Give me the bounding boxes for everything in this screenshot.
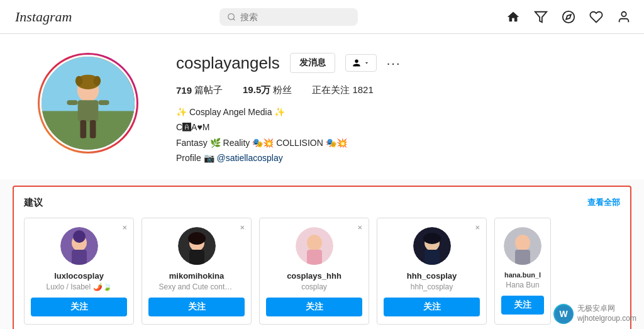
avatar-hhh-cosplay <box>413 227 451 265</box>
card-username-5: hana.bun_l <box>504 271 541 279</box>
profile-icon[interactable] <box>616 9 631 25</box>
search-icon <box>227 12 236 22</box>
svg-rect-16 <box>80 120 87 138</box>
follow-button-2[interactable]: 关注 <box>148 298 245 316</box>
svg-rect-20 <box>72 250 87 265</box>
nav-icon-group <box>506 9 631 25</box>
svg-point-5 <box>621 11 626 16</box>
search-input[interactable] <box>240 12 351 22</box>
search-bar[interactable] <box>219 8 358 26</box>
avatar-image <box>42 55 135 152</box>
svg-text:W: W <box>559 309 568 319</box>
svg-point-11 <box>75 76 83 86</box>
more-options-button[interactable]: ··· <box>387 56 401 70</box>
avatar <box>40 55 136 152</box>
posts-label: 篇帖子 <box>194 84 223 96</box>
avatar-wrapper <box>38 53 138 153</box>
posts-stat: 719 篇帖子 <box>176 84 223 96</box>
heart-icon[interactable] <box>589 9 604 25</box>
close-icon-4[interactable]: × <box>475 223 480 231</box>
followers-label: 粉丝 <box>273 84 292 96</box>
svg-point-12 <box>94 76 101 86</box>
avatar-luxlocosplay <box>60 227 98 265</box>
close-icon-3[interactable]: × <box>357 223 362 231</box>
watermark-text: 无极安卓网 wjhotelgroup.com <box>577 304 636 323</box>
suggestions-section: 建议 查看全部 × luxlocosplay Luxlo / Isabel 🌶️… <box>13 186 631 329</box>
follow-button-3[interactable]: 关注 <box>266 298 362 316</box>
person-icon <box>352 59 361 67</box>
svg-marker-4 <box>566 14 571 20</box>
suggestions-title: 建议 <box>24 197 43 209</box>
bio-line-2: C🅰A♥M <box>176 120 619 134</box>
bio-profile-link[interactable]: @satiellacosplay <box>216 153 282 163</box>
filter-icon[interactable] <box>533 9 548 25</box>
card-username-3: cosplays_hhh <box>287 271 341 281</box>
card-bio-3: cosplay <box>301 282 327 291</box>
username: cosplayangels <box>176 53 280 73</box>
followers-count: 19.5万 <box>243 84 270 96</box>
following-stat: 正在关注 1821 <box>312 84 374 96</box>
svg-point-25 <box>188 232 206 245</box>
following-label: 正在关注 1821 <box>312 84 374 96</box>
suggestions-list: × luxlocosplay Luxlo / Isabel 🌶️🍃 关注 × m… <box>24 218 620 325</box>
svg-rect-17 <box>90 120 96 138</box>
close-icon-1[interactable]: × <box>122 223 127 231</box>
svg-line-1 <box>233 18 235 20</box>
svg-rect-13 <box>78 100 99 121</box>
close-icon-2[interactable]: × <box>240 223 245 231</box>
suggestion-card-3: × cosplays_hhh cosplay 关注 <box>259 218 369 325</box>
suggestions-header: 建议 查看全部 <box>24 197 620 209</box>
svg-point-0 <box>228 13 235 20</box>
avatar-hana-bun <box>504 227 541 265</box>
follow-button-5[interactable]: 关注 <box>501 296 544 315</box>
svg-point-27 <box>307 235 322 251</box>
followers-stat: 19.5万 粉丝 <box>243 84 292 96</box>
svg-point-32 <box>423 233 441 244</box>
watermark-logo: W <box>553 304 574 324</box>
follow-button-4[interactable]: 关注 <box>384 298 480 316</box>
avatar-ring <box>38 53 138 153</box>
avatar-cosplays-hhh <box>296 227 333 265</box>
svg-rect-31 <box>425 250 440 265</box>
posts-count: 719 <box>176 85 192 96</box>
stats-row: 719 篇帖子 19.5万 粉丝 正在关注 1821 <box>176 84 619 96</box>
bio-section: ✨ Cosplay Angel Media ✨ C🅰A♥M Fantasy 🌿 … <box>176 105 619 165</box>
bio-line-1: ✨ Cosplay Angel Media ✨ <box>176 105 619 119</box>
svg-rect-24 <box>189 250 204 265</box>
chevron-down-icon <box>364 60 370 66</box>
card-username-4: hhh_cosplay <box>407 271 457 281</box>
follow-button-1[interactable]: 关注 <box>31 298 127 316</box>
profile-header: cosplayangels 发消息 ··· <box>176 53 619 73</box>
svg-rect-35 <box>515 250 530 265</box>
svg-point-3 <box>563 11 574 22</box>
card-username-2: mikomihokina <box>169 271 224 281</box>
top-navigation: Instagram <box>0 0 644 34</box>
home-icon[interactable] <box>506 9 521 25</box>
message-button[interactable]: 发消息 <box>290 53 335 73</box>
card-bio-1: Luxlo / Isabel 🌶️🍃 <box>46 282 111 291</box>
bio-line-4: Profile 📷 @satiellacosplay <box>176 151 619 165</box>
card-bio-5: Hana Bun <box>506 281 539 289</box>
profile-section: cosplayangels 发消息 ··· 719 篇帖子 19.5万 粉丝 正… <box>0 34 644 179</box>
bio-line-3: Fantasy 🌿 Reality 🎭💥 COLLISION 🎭💥 <box>176 136 619 150</box>
avatar-mikomihokina <box>178 227 216 265</box>
card-bio-2: Sexy and Cute conte... <box>159 282 235 291</box>
watermark: W 无极安卓网 wjhotelgroup.com <box>553 304 636 324</box>
card-bio-4: hhh_cosplay <box>411 282 453 291</box>
view-all-link[interactable]: 查看全部 <box>587 197 620 208</box>
svg-point-34 <box>515 235 530 251</box>
compass-icon[interactable] <box>561 9 576 25</box>
svg-rect-15 <box>98 100 109 105</box>
profile-info: cosplayangels 发消息 ··· 719 篇帖子 19.5万 粉丝 正… <box>176 53 619 167</box>
instagram-logo: Instagram <box>15 9 72 25</box>
svg-rect-28 <box>307 250 322 265</box>
card-username-1: luxlocosplay <box>54 271 104 281</box>
suggestion-card-5: hana.bun_l Hana Bun 关注 <box>494 218 551 325</box>
suggestion-card-2: × mikomihokina Sexy and Cute conte... 关注 <box>142 218 252 325</box>
suggestion-card-4: × hhh_cosplay hhh_cosplay 关注 <box>377 218 487 325</box>
follow-dropdown-button[interactable] <box>345 54 377 72</box>
svg-marker-2 <box>535 11 547 22</box>
svg-rect-14 <box>67 100 77 105</box>
suggestion-card-1: × luxlocosplay Luxlo / Isabel 🌶️🍃 关注 <box>24 218 134 325</box>
svg-point-21 <box>73 230 86 243</box>
